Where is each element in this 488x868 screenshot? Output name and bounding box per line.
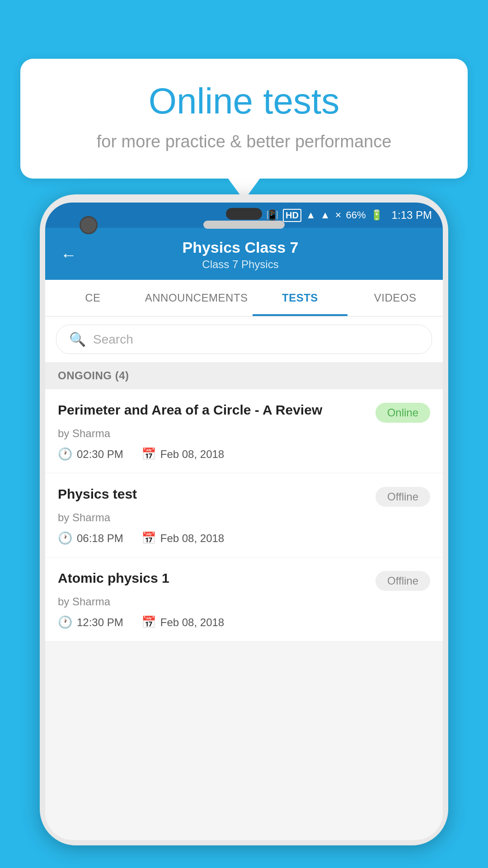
battery-icon: 🔋 xyxy=(371,209,383,221)
status-badge: Offline xyxy=(375,571,430,591)
test-item[interactable]: Perimeter and Area of a Circle - A Revie… xyxy=(45,389,443,473)
phone-mockup: ※ 📳 HD ▲ ▲ ✕ 66% 🔋 1:13 PM xyxy=(40,194,448,868)
vibrate-icon: 📳 xyxy=(266,209,278,221)
phone-home-button xyxy=(226,208,262,220)
status-icons: ※ 📳 HD ▲ ▲ ✕ 66% 🔋 xyxy=(253,209,383,222)
calendar-icon: 📅 xyxy=(141,615,156,629)
page-title: Physics Class 7 xyxy=(88,239,393,256)
no-signal-icon: ✕ xyxy=(335,210,342,220)
phone-screen: ※ 📳 HD ▲ ▲ ✕ 66% 🔋 1:13 PM xyxy=(45,203,443,840)
phone-camera xyxy=(80,216,98,234)
hd-icon: HD xyxy=(283,209,301,222)
test-name: Atomic physics 1 xyxy=(58,569,368,587)
signal-icon: ▲ xyxy=(320,209,330,221)
status-time: 1:13 PM xyxy=(392,209,432,222)
test-item[interactable]: Physics test Offline by Sharma 🕐 06:18 P… xyxy=(45,473,443,557)
promo-bubble: Online tests for more practice & better … xyxy=(20,59,468,179)
clock-icon: 🕐 xyxy=(58,531,72,545)
test-time: 🕐 02:30 PM xyxy=(58,447,123,461)
tab-tests[interactable]: TESTS xyxy=(253,280,348,316)
test-item-header: Atomic physics 1 Offline xyxy=(58,569,430,591)
test-name: Perimeter and Area of a Circle - A Revie… xyxy=(58,401,368,419)
test-item-header: Perimeter and Area of a Circle - A Revie… xyxy=(58,401,430,423)
test-author: by Sharma xyxy=(58,511,430,524)
test-meta: 🕐 06:18 PM 📅 Feb 08, 2018 xyxy=(58,531,430,545)
bubble-subtitle: for more practice & better performance xyxy=(47,132,441,151)
calendar-icon: 📅 xyxy=(141,531,156,545)
test-meta: 🕐 02:30 PM 📅 Feb 08, 2018 xyxy=(58,447,430,461)
wifi-icon: ▲ xyxy=(306,209,316,221)
test-date: 📅 Feb 08, 2018 xyxy=(141,447,224,461)
phone-speaker xyxy=(203,221,285,229)
back-button[interactable]: ← xyxy=(59,244,79,266)
test-author: by Sharma xyxy=(58,427,430,440)
test-author: by Sharma xyxy=(58,595,430,608)
test-meta: 🕐 12:30 PM 📅 Feb 08, 2018 xyxy=(58,615,430,629)
calendar-icon: 📅 xyxy=(141,447,156,461)
battery-percentage: 66% xyxy=(346,209,366,221)
test-item[interactable]: Atomic physics 1 Offline by Sharma 🕐 12:… xyxy=(45,557,443,642)
search-placeholder: Search xyxy=(93,332,133,347)
test-item-header: Physics test Offline xyxy=(58,485,430,507)
status-badge: Offline xyxy=(375,487,430,507)
search-bar[interactable]: 🔍 Search xyxy=(56,325,432,354)
clock-icon: 🕐 xyxy=(58,615,72,629)
test-time: 🕐 12:30 PM xyxy=(58,615,123,629)
search-icon: 🔍 xyxy=(69,331,86,347)
tab-bar: CE ANNOUNCEMENTS TESTS VIDEOS xyxy=(45,280,443,316)
status-badge: Online xyxy=(375,403,430,423)
header-title-group: Physics Class 7 Class 7 Physics xyxy=(88,239,393,271)
search-container: 🔍 Search xyxy=(45,316,443,362)
bubble-title: Online tests xyxy=(47,81,441,121)
tab-videos[interactable]: VIDEOS xyxy=(347,280,443,316)
phone-body: ※ 📳 HD ▲ ▲ ✕ 66% 🔋 1:13 PM xyxy=(40,194,448,845)
tab-announcements[interactable]: ANNOUNCEMENTS xyxy=(141,280,253,316)
test-date: 📅 Feb 08, 2018 xyxy=(141,615,224,629)
test-name: Physics test xyxy=(58,485,368,503)
test-list: Perimeter and Area of a Circle - A Revie… xyxy=(45,389,443,642)
test-time: 🕐 06:18 PM xyxy=(58,531,123,545)
test-date: 📅 Feb 08, 2018 xyxy=(141,531,224,545)
app-header: ← Physics Class 7 Class 7 Physics xyxy=(45,228,443,280)
tab-ce[interactable]: CE xyxy=(45,280,141,316)
breadcrumb: Class 7 Physics xyxy=(88,258,393,271)
clock-icon: 🕐 xyxy=(58,447,72,461)
section-header-ongoing: ONGOING (4) xyxy=(45,362,443,389)
